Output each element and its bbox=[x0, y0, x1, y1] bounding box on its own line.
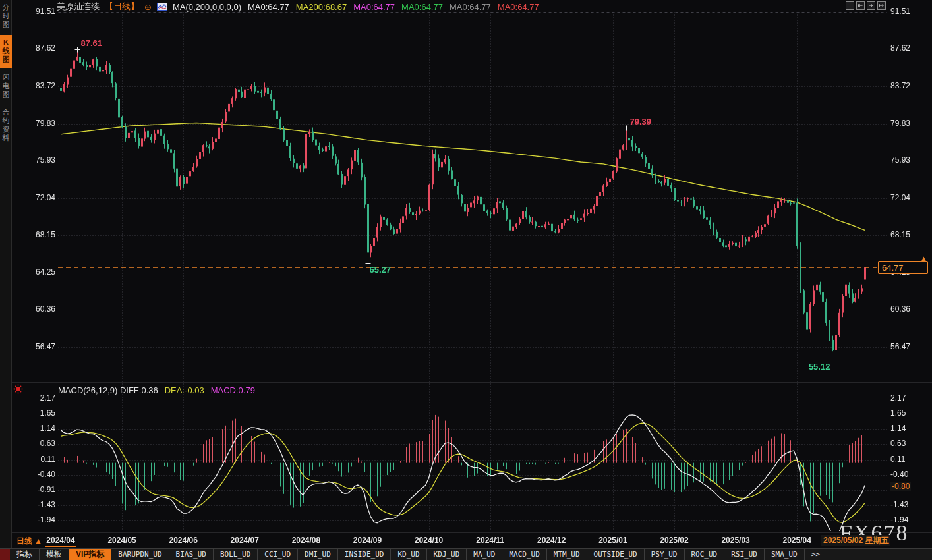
price-tick-right: 87.62 bbox=[890, 43, 926, 53]
macd-tick-left: -1.43 bbox=[26, 500, 55, 509]
x-axis-month-label: 2024/11 bbox=[468, 536, 513, 545]
toolbar-item-boll_ud[interactable]: BOLL_UD bbox=[214, 549, 258, 560]
x-axis-month-label: 2025/02 bbox=[652, 536, 697, 545]
toolbar-logo[interactable] bbox=[0, 549, 10, 560]
sidebar-tab-2[interactable]: K线图 bbox=[0, 35, 12, 68]
sidebar-tab-3[interactable]: 闪电图 bbox=[0, 70, 12, 103]
price-tick-right: 79.83 bbox=[890, 119, 926, 128]
instrument-title: 美原油连续 bbox=[57, 1, 100, 13]
shift-right-icon[interactable]: ↦ bbox=[877, 1, 886, 10]
x-axis-month-label: 2024/05 bbox=[100, 536, 144, 545]
toolbar-item-psy_ud[interactable]: PSY_UD bbox=[645, 549, 685, 560]
price-annotation: 79.39 bbox=[630, 117, 652, 126]
pan-tool-icon[interactable]: + bbox=[846, 1, 854, 10]
toolbar-item-ma_ud[interactable]: MA_UD bbox=[467, 549, 502, 560]
ma-legend-item: MA(0,200,0,0,0,0) bbox=[173, 2, 241, 12]
current-price-tag: 64.77 bbox=[878, 261, 928, 274]
macd-legend-item: MACD(26,12,9) DIFF:0.36 bbox=[58, 385, 158, 395]
macd-tick-left: 1.14 bbox=[26, 424, 55, 433]
price-tick-right: 68.15 bbox=[890, 230, 926, 239]
price-tick-left: 64.25 bbox=[26, 267, 55, 277]
macd-tick-left: 1.65 bbox=[26, 408, 55, 418]
ma-legend-item: MA0:64.77 bbox=[248, 2, 289, 12]
x-scrollbar-thumb[interactable] bbox=[45, 546, 76, 547]
compress-x-axis-icon[interactable]: ⇤ bbox=[856, 1, 865, 10]
x-axis-month-label: 2024/06 bbox=[161, 536, 206, 545]
toolbar-item-[interactable]: >> bbox=[805, 549, 827, 560]
x-axis-month-label: 2025/04 bbox=[774, 536, 819, 545]
price-annotation: 55.12 bbox=[809, 362, 830, 372]
toolbar-item-barupdn_ud[interactable]: BARUPDN_UD bbox=[111, 549, 169, 560]
toolbar-item-dmi_ud[interactable]: DMI_UD bbox=[298, 549, 338, 560]
price-tick-left: 87.62 bbox=[26, 43, 55, 53]
toolbar-item-roc_ud[interactable]: ROC_UD bbox=[685, 549, 725, 560]
sidebar-tab-4[interactable]: 合约资料 bbox=[0, 105, 12, 146]
price-tick-left: 72.04 bbox=[26, 193, 55, 202]
macd-tick-right: 2.17 bbox=[890, 393, 926, 403]
price-tick-right: 75.93 bbox=[890, 155, 926, 165]
price-tick-right: 56.47 bbox=[890, 342, 926, 351]
macd-tick-left: -0.40 bbox=[26, 470, 55, 479]
toolbar-item-cci_ud[interactable]: CCI_UD bbox=[258, 549, 298, 560]
price-annotation: 87.61 bbox=[81, 38, 103, 48]
ma-legend: MA(0,200,0,0,0,0)MA0:64.77MA200:68.67MA0… bbox=[173, 2, 539, 12]
macd-tick-right: 0.11 bbox=[890, 455, 926, 464]
toolbar-item-kd_ud[interactable]: KD_UD bbox=[391, 549, 426, 560]
macd-legend-item: MACD:0.79 bbox=[211, 385, 255, 395]
x-axis-month-label: 2024/09 bbox=[345, 536, 390, 545]
expand-x-axis-icon[interactable]: ⇥ bbox=[867, 1, 875, 10]
macd-tick-right: 1.65 bbox=[890, 408, 926, 418]
macd-current-value-tag: -0.80 bbox=[890, 482, 911, 491]
alert-dot-icon[interactable] bbox=[16, 387, 20, 391]
x-axis-month-label: 2024/12 bbox=[529, 536, 574, 545]
macd-legend: MACD(26,12,9) DIFF:0.36DEA:-0.03MACD:0.7… bbox=[58, 385, 255, 395]
line-chart-icon[interactable] bbox=[157, 3, 167, 11]
ma-legend-item: MA0:64.77 bbox=[498, 2, 539, 12]
price-tick-left: 68.15 bbox=[26, 230, 55, 239]
toolbar-item-kdj_ud[interactable]: KDJ_UD bbox=[427, 549, 467, 560]
toolbar-item-macd_ud[interactable]: MACD_UD bbox=[502, 549, 546, 560]
price-tick-left: 75.93 bbox=[26, 155, 55, 165]
macd-tick-right: -1.43 bbox=[890, 500, 926, 509]
toolbar-item-vip[interactable]: VIP指标 bbox=[69, 549, 111, 560]
price-macd-chart-canvas[interactable] bbox=[0, 0, 932, 560]
add-indicator-icon[interactable]: ⊕ bbox=[144, 2, 152, 12]
macd-tick-left: 2.17 bbox=[26, 393, 55, 403]
toolbar-item-bias_ud[interactable]: BIAS_UD bbox=[169, 549, 214, 560]
ma-legend-item: MA0:64.77 bbox=[401, 2, 443, 12]
toolbar-item-rsi_ud[interactable]: RSI_UD bbox=[724, 549, 765, 560]
price-tick-left: 91.51 bbox=[26, 7, 55, 16]
price-tick-left: 83.72 bbox=[26, 81, 55, 90]
macd-tick-left: 0.63 bbox=[26, 439, 55, 448]
price-tick-right: 72.04 bbox=[890, 193, 926, 202]
price-tick-left: 60.36 bbox=[26, 304, 55, 314]
toolbar-item-[interactable]: 模板 bbox=[40, 549, 69, 560]
x-axis-month-label: 2024/04 bbox=[38, 536, 83, 545]
price-tick-right: 60.36 bbox=[890, 304, 926, 314]
macd-tick-left: -0.91 bbox=[26, 485, 55, 494]
period-label: 日线 bbox=[16, 536, 32, 546]
period-tag: 【日线】 bbox=[105, 1, 139, 13]
period-selector[interactable]: 日线 ▲ bbox=[16, 536, 42, 547]
toolbar-item-[interactable]: 指标 bbox=[10, 549, 40, 560]
trading-app-window: 分时图K线图闪电图合约资料 美原油连续 【日线】 ⊕ MA(0,200,0,0,… bbox=[0, 0, 932, 560]
sidebar-tab-1[interactable]: 分时图 bbox=[0, 0, 12, 33]
indicator-toolbar: 指标模板VIP指标BARUPDN_UDBIAS_UDBOLL_UDCCI_UDD… bbox=[0, 548, 932, 560]
price-tick-right: 83.72 bbox=[890, 81, 926, 90]
macd-tick-right: 0.63 bbox=[890, 439, 926, 448]
x-axis-month-label: 2024/08 bbox=[283, 536, 328, 545]
toolbar-item-inside_ud[interactable]: INSIDE_UD bbox=[338, 549, 392, 560]
price-tick-right: 91.51 bbox=[890, 7, 926, 16]
price-up-arrow-icon: ▲ bbox=[920, 254, 927, 262]
x-axis-month-label: 2024/10 bbox=[407, 536, 451, 545]
toolbar-item-sma_ud[interactable]: SMA_UD bbox=[765, 549, 805, 560]
price-annotation: 65.27 bbox=[370, 265, 392, 275]
period-arrow-icon: ▲ bbox=[34, 536, 42, 546]
macd-tick-left: 0.11 bbox=[26, 455, 55, 464]
toolbar-item-mtm_ud[interactable]: MTM_UD bbox=[547, 549, 587, 560]
macd-tick-right: 1.14 bbox=[890, 424, 926, 433]
macd-tick-left: -1.94 bbox=[26, 515, 55, 524]
macd-tick-right: -1.94 bbox=[890, 515, 926, 524]
x-axis-month-label: 2024/07 bbox=[222, 536, 267, 545]
toolbar-item-outside_ud[interactable]: OUTSIDE_UD bbox=[587, 549, 645, 560]
